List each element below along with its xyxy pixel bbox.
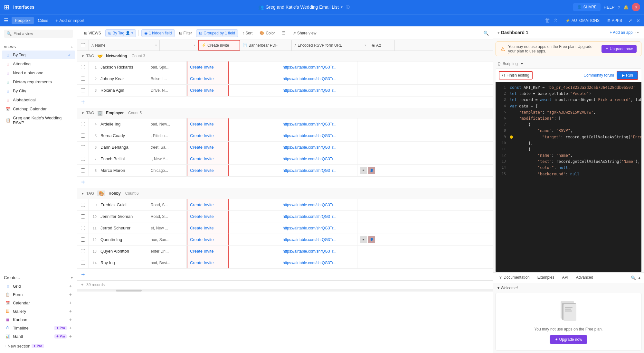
row-invite[interactable]: Create Invite xyxy=(187,234,229,245)
table-row[interactable]: 8 Marco Maron Chicago... Create Invite h… xyxy=(77,165,493,176)
table-row[interactable]: 9 Fredrick Guidi Road, S... Create Invit… xyxy=(77,199,493,211)
row-checkbox[interactable] xyxy=(77,130,89,141)
expand-icon[interactable]: ⤢ xyxy=(629,18,632,23)
create-invite-link[interactable]: Create Invite xyxy=(190,133,214,138)
row-checkbox[interactable] xyxy=(77,73,89,84)
sidebar-item-catchup-calendar[interactable]: 📅 Catchup Calendar xyxy=(2,105,75,113)
table-row[interactable]: 11 Jerrod Scheurer et, New ... Create In… xyxy=(77,222,493,234)
row-checkbox[interactable] xyxy=(77,85,89,96)
upgrade-now-button[interactable]: ✦ Upgrade now xyxy=(601,45,637,53)
table-row[interactable]: 4 Ardelle Ing oad, New... Create Invite … xyxy=(77,118,493,130)
row-url[interactable]: https://airtable.com/shrQG3Tr... xyxy=(280,211,357,222)
scripting-section-header[interactable]: ⟨⟩ Scripting ▾ xyxy=(493,59,644,69)
by-tag-view-button[interactable]: ⊞ By Tag 👤 ▾ xyxy=(105,29,136,37)
sidebar-item-need-plus-one[interactable]: ⊞ Need a plus one xyxy=(2,69,75,77)
row-invite[interactable]: Create Invite xyxy=(187,222,229,234)
row-checkbox[interactable] xyxy=(77,118,89,130)
nav-tab-cities[interactable]: Cities xyxy=(34,17,52,24)
title-dropdown-icon[interactable]: ▾ xyxy=(341,5,343,9)
create-timeline[interactable]: ⏱ Timeline ✦ Pro + xyxy=(4,324,73,332)
row-invite[interactable]: Create Invite xyxy=(187,85,229,96)
row-url[interactable]: https://airtable.com/shrQG3Tr... xyxy=(280,153,357,164)
row-checkbox[interactable] xyxy=(77,222,89,234)
row-checkbox[interactable] xyxy=(77,211,89,222)
more-options-icon[interactable]: ··· xyxy=(635,30,639,35)
add-row-networking[interactable]: + xyxy=(77,96,493,108)
row-checkbox[interactable] xyxy=(77,234,89,245)
table-row[interactable]: 6 Dann Berlanga treet, Sa... Create Invi… xyxy=(77,142,493,153)
tab-api[interactable]: API xyxy=(558,273,572,283)
col-sort-icon[interactable]: ▾ xyxy=(194,43,195,47)
row-invite[interactable]: Create Invite xyxy=(187,199,229,210)
trash-icon[interactable]: 🗑 xyxy=(545,17,551,24)
tab-documentation[interactable]: ? Documentation xyxy=(496,273,534,283)
filter-button[interactable]: ⊟ Filter xyxy=(176,29,195,37)
table-row[interactable]: 2 Johnny Kear Boise, I... Create Invite … xyxy=(77,73,493,85)
row-invite[interactable]: Create Invite xyxy=(187,142,229,153)
row-invite[interactable]: Create Invite xyxy=(187,153,229,164)
sidebar-item-by-city[interactable]: ⊞ By City xyxy=(2,87,75,95)
row-invite[interactable]: Create Invite xyxy=(187,118,229,130)
history-icon[interactable]: ⏱ xyxy=(553,18,558,23)
table-row[interactable]: 1 Jackson Rickards oad, Spo... Create In… xyxy=(77,61,493,73)
nav-tab-people[interactable]: People ▾ xyxy=(12,17,34,24)
group-collapse-icon[interactable]: ▼ xyxy=(81,192,84,195)
hidden-field-button[interactable]: ◉ 1 hidden field xyxy=(141,29,175,37)
create-invite-link[interactable]: Create Invite xyxy=(190,65,214,70)
table-row[interactable]: 5 Berna Coady , Pittsbu... Create Invite… xyxy=(77,130,493,142)
notifications-icon[interactable]: 🔔 xyxy=(623,5,629,10)
create-invite-link[interactable]: Create Invite xyxy=(190,156,214,161)
create-invite-link[interactable]: Create Invite xyxy=(190,214,214,219)
row-url[interactable]: https://airtable.com/shrQG3Tr... xyxy=(280,222,357,234)
create-invite-link[interactable]: Create Invite xyxy=(190,88,214,93)
row-url[interactable]: https://airtable.com/shrQG3Tr... xyxy=(280,73,357,84)
view-search-box[interactable]: 🔍 xyxy=(4,30,73,38)
row-invite[interactable]: Create Invite xyxy=(187,246,229,257)
create-gantt[interactable]: 📊 Gantt ✦ Pro + xyxy=(4,332,73,340)
plus-icon[interactable]: + xyxy=(69,283,72,289)
create-invite-link[interactable]: Create Invite xyxy=(190,122,214,126)
automations-button[interactable]: ⚡ AUTOMATIONS xyxy=(563,17,602,24)
finish-editing-button[interactable]: ⟨⟩ Finish editing xyxy=(499,71,533,79)
views-expand-icon[interactable]: + xyxy=(71,45,73,49)
community-forum-link[interactable]: Community forum xyxy=(583,73,614,78)
row-url[interactable]: https://airtable.com/shrQG3Tr... xyxy=(280,234,357,245)
tab-collapse-icon[interactable]: ▲ xyxy=(637,275,641,280)
row-checkbox[interactable] xyxy=(77,153,89,164)
create-grid[interactable]: ⊞ Grid + xyxy=(4,282,73,290)
row-height-button[interactable]: ☰ xyxy=(279,29,289,37)
create-calendar[interactable]: 📅 Calendar + xyxy=(4,299,73,307)
run-button[interactable]: ▶ Run xyxy=(617,71,638,80)
nav-tab-add-import[interactable]: + Add or import xyxy=(52,17,88,24)
table-row[interactable]: 13 Quyen Albritton enter Dri... Create I… xyxy=(77,246,493,257)
scrollbar-thumb[interactable] xyxy=(116,290,142,292)
table-row[interactable]: 10 Jenniffer Groman Road, S... Create In… xyxy=(77,211,493,222)
col-sort-icon[interactable]: ▾ xyxy=(365,43,366,47)
row-invite[interactable]: Create Invite xyxy=(187,73,229,84)
create-invite-link[interactable]: Create Invite xyxy=(190,76,214,81)
row-url[interactable]: https://airtable.com/shrQG3Tr... xyxy=(280,142,357,153)
sidebar-item-dietary[interactable]: ⊞ Dietary requirements xyxy=(2,78,75,86)
row-url[interactable]: https://airtable.com/shrQG3Tr... xyxy=(280,85,357,96)
share-button[interactable]: 👤 SHARE xyxy=(573,3,600,11)
help-label[interactable]: HELP xyxy=(604,5,615,10)
horizontal-scrollbar[interactable] xyxy=(77,289,493,292)
row-url[interactable]: https://airtable.com/shrQG3Tr... xyxy=(280,246,357,257)
header-checkbox[interactable] xyxy=(81,43,85,47)
help-icon[interactable]: ? xyxy=(618,5,620,10)
row-url[interactable]: https://airtable.com/shrQG3Tr... xyxy=(280,118,357,130)
plus-icon[interactable]: + xyxy=(69,317,72,322)
create-invite-link[interactable]: Create Invite xyxy=(190,202,214,207)
sidebar-item-attending[interactable]: ⊞ Attending xyxy=(2,60,75,68)
search-input[interactable] xyxy=(14,32,71,36)
info-icon[interactable]: ⓘ xyxy=(346,5,350,10)
row-invite[interactable]: Create Invite xyxy=(187,211,229,222)
search-icon[interactable]: 🔍 xyxy=(483,31,489,36)
create-invite-link[interactable]: Create Invite xyxy=(190,249,214,254)
grouped-button[interactable]: ⊡ Grouped by 1 field xyxy=(196,29,238,37)
tab-search-icon[interactable]: 🔍 xyxy=(631,275,636,280)
row-checkbox[interactable] xyxy=(77,165,89,176)
create-invite-link[interactable]: Create Invite xyxy=(190,145,214,150)
group-header-employer[interactable]: ▼ TAG 🏢 Employer Count 5 xyxy=(77,108,493,118)
row-checkbox[interactable] xyxy=(77,142,89,153)
